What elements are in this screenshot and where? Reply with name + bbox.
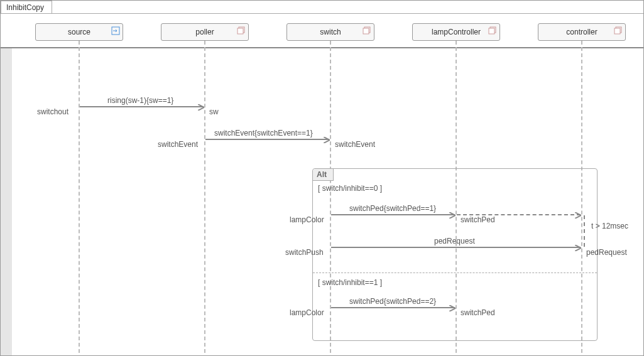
msg5-above: switchPed{switchPed==2} (349, 297, 436, 306)
tab-label: InhibitCopy (6, 3, 44, 12)
arrowhead-icon (575, 245, 581, 251)
msg1-from-label: switchout (37, 107, 68, 116)
stack-icon (237, 26, 246, 37)
msg2-to-label: switchEvent (335, 140, 375, 149)
msg3-from-label: lampColor (290, 215, 324, 224)
alt-guard-2: [ switch/inhibit==1 ] (318, 278, 382, 287)
stack-icon (363, 26, 371, 37)
lifeline-head-lampcontroller[interactable]: lampController (412, 23, 500, 41)
svg-rect-2 (237, 28, 243, 34)
svg-rect-8 (614, 28, 620, 34)
arrowhead-icon (324, 137, 330, 143)
lifeline-poller (204, 41, 205, 353)
stack-icon (488, 26, 497, 37)
lifeline-label: switch (320, 28, 341, 36)
stack-icon (614, 26, 623, 37)
msg3-above: switchPed{switchPed==1} (349, 204, 436, 213)
arrowhead-icon (575, 212, 581, 218)
msg2-from-label: switchEvent (158, 140, 198, 149)
msg4-above: pedRequest (434, 237, 475, 245)
arrowhead-icon (198, 104, 204, 111)
msg1-above: rising(sw-1){sw==1} (107, 96, 173, 105)
tab-inhibitcopy[interactable]: InhibitCopy (1, 1, 52, 13)
lifeline-head-poller[interactable]: poller (161, 23, 249, 41)
left-gutter (1, 48, 12, 355)
svg-rect-6 (489, 28, 494, 34)
port-icon (111, 26, 120, 37)
alt-divider (313, 272, 597, 273)
msg5-to-label: switchPed (461, 308, 495, 317)
msg1-arrow (80, 106, 204, 107)
alt-guard-1: [ switch/inhibit==0 ] (318, 184, 382, 193)
msg2-arrow (205, 139, 329, 140)
msg4-arrow (331, 247, 581, 248)
msg3-arrow (331, 214, 455, 215)
lifeline-label: source (68, 28, 90, 36)
timing-label: t > 12msec (591, 222, 628, 230)
msg1-to-label: sw (209, 107, 219, 116)
alt-operator-label: Alt (313, 169, 334, 181)
lifeline-label: controller (566, 28, 597, 36)
lifeline-head-controller[interactable]: controller (538, 23, 626, 41)
msg4-to-label: pedRequest (586, 248, 627, 257)
arrowhead-icon (449, 305, 456, 311)
alt-fragment: Alt [ switch/inhibit==0 ] [ switch/inhib… (312, 168, 598, 341)
msg2-above: switchEvent{switchEvent==1} (214, 129, 313, 138)
lifeline-head-switch[interactable]: switch (287, 23, 374, 41)
return-arrow-1 (457, 214, 581, 215)
lifeline-label: poller (195, 28, 214, 36)
msg3-to-label: switchPed (461, 215, 495, 224)
msg5-arrow (331, 307, 455, 308)
lifeline-label: lampController (432, 28, 481, 36)
svg-rect-4 (363, 28, 369, 34)
lifeline-head-source[interactable]: source (35, 23, 123, 41)
msg4-from-label: switchPush (285, 248, 324, 257)
arrowhead-icon (449, 212, 456, 218)
msg5-from-label: lampColor (290, 308, 324, 317)
vertical-return (584, 215, 585, 247)
lifeline-source (79, 41, 80, 353)
